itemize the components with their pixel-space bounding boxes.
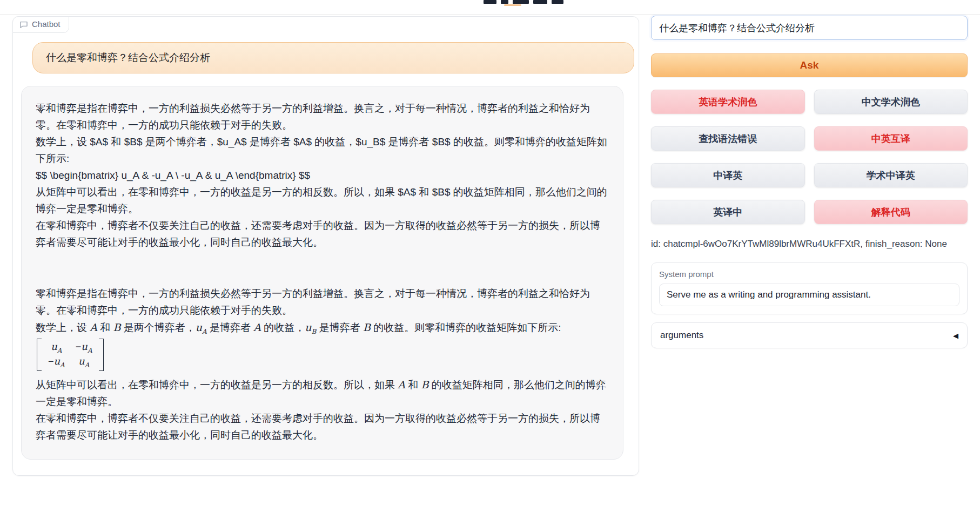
matrix-right-bracket xyxy=(99,339,104,371)
function-button-find-grammar-errors[interactable]: 查找语法错误 xyxy=(651,126,805,151)
bot-rendered-paragraph-3: 从矩阵中可以看出，在零和博弈中，一方的收益是另一方的相反数。所以，如果 A 和 … xyxy=(36,376,609,410)
matrix-cell: −uA xyxy=(76,341,92,355)
message-version-gap xyxy=(36,251,609,286)
title-glyph-fragment xyxy=(552,0,563,4)
bot-rendered-paragraph-2: 数学上，设 A 和 B 是两个博弈者，uA 是博弈者 A 的收益，uB 是博弈者… xyxy=(36,319,609,337)
function-button-english-academic-polish[interactable]: 英语学术润色 xyxy=(651,90,805,114)
bot-raw-latex-formula: $$ \begin{bmatrix} u_A & -u_A \ -u_A & u… xyxy=(36,167,609,184)
bot-raw-paragraph-3: 从矩阵中可以看出，在零和博弈中，一方的收益是另一方的相反数。所以，如果 $A$ … xyxy=(36,184,609,218)
bot-message-bubble: 零和博弈是指在博弈中，一方的利益损失必然等于另一方的利益增益。换言之，对于每一种… xyxy=(21,86,623,460)
title-glyph-fragment xyxy=(533,0,547,4)
title-glyph-fragment xyxy=(513,0,529,4)
title-glyph-fragment xyxy=(501,0,508,4)
system-prompt-label: System prompt xyxy=(659,269,959,279)
function-button-en-to-zh[interactable]: 英译中 xyxy=(651,200,805,224)
ask-button[interactable]: Ask xyxy=(651,53,968,77)
question-input[interactable] xyxy=(651,16,968,40)
chatbot-panel: Chatbot 什么是零和博弈？结合公式介绍分析 零和博弈是指在博弈中，一方的利… xyxy=(12,16,639,476)
matrix-cell: −uA xyxy=(48,355,65,369)
bot-rendered-paragraph-4: 在零和博弈中，博弈者不仅要关注自己的收益，还需要考虑对手的收益。因为一方取得的收… xyxy=(36,410,609,444)
matrix-cell: uA xyxy=(76,355,92,369)
control-sidebar: Ask 英语学术润色 中文学术润色 查找语法错误 中英互译 中译英 学术中译英 … xyxy=(651,16,968,348)
title-accent-underline xyxy=(504,4,521,6)
system-prompt-input[interactable] xyxy=(659,284,959,306)
matrix-left-bracket xyxy=(37,339,42,371)
arguments-accordion-header[interactable]: arguments ◀ xyxy=(651,322,968,348)
function-button-zh-en-mutual-translate[interactable]: 中英互译 xyxy=(814,126,968,151)
bot-raw-paragraph-2: 数学上，设 $A$ 和 $B$ 是两个博弈者，$u_A$ 是博弈者 $A$ 的收… xyxy=(36,134,609,167)
completion-status-text: id: chatcmpl-6wOo7KrYTwMl89lbrMWRu4UkFFX… xyxy=(651,239,968,250)
matrix-cell: uA xyxy=(48,341,65,355)
function-button-academic-zh-to-en[interactable]: 学术中译英 xyxy=(814,163,968,187)
function-button-grid: 英语学术润色 中文学术润色 查找语法错误 中英互译 中译英 学术中译英 英译中 … xyxy=(651,90,968,224)
bot-raw-paragraph-1: 零和博弈是指在博弈中，一方的利益损失必然等于另一方的利益增益。换言之，对于每一种… xyxy=(36,100,609,134)
clipped-page-title xyxy=(484,0,563,6)
chat-messages-scroll-area[interactable]: 什么是零和博弈？结合公式介绍分析 零和博弈是指在博弈中，一方的利益损失必然等于另… xyxy=(13,17,639,475)
header-divider xyxy=(0,14,980,15)
system-prompt-panel: System prompt xyxy=(651,262,968,314)
function-button-chinese-academic-polish[interactable]: 中文学术润色 xyxy=(814,90,968,114)
rendered-matrix: uA −uA −uA uA xyxy=(36,337,609,376)
accordion-collapsed-triangle-icon: ◀ xyxy=(953,332,958,339)
bot-raw-paragraph-4: 在零和博弈中，博弈者不仅要关注自己的收益，还需要考虑对手的收益。因为一方取得的收… xyxy=(36,218,609,251)
function-button-zh-to-en[interactable]: 中译英 xyxy=(651,163,805,187)
arguments-accordion-label: arguments xyxy=(660,330,703,341)
function-button-explain-code[interactable]: 解释代码 xyxy=(814,200,968,224)
user-message-bubble: 什么是零和博弈？结合公式介绍分析 xyxy=(32,42,634,73)
title-glyph-fragment xyxy=(484,0,496,4)
bot-rendered-paragraph-1: 零和博弈是指在博弈中，一方的利益损失必然等于另一方的利益增益。换言之，对于每一种… xyxy=(36,286,609,319)
user-message-text: 什么是零和博弈？结合公式介绍分析 xyxy=(46,51,210,65)
